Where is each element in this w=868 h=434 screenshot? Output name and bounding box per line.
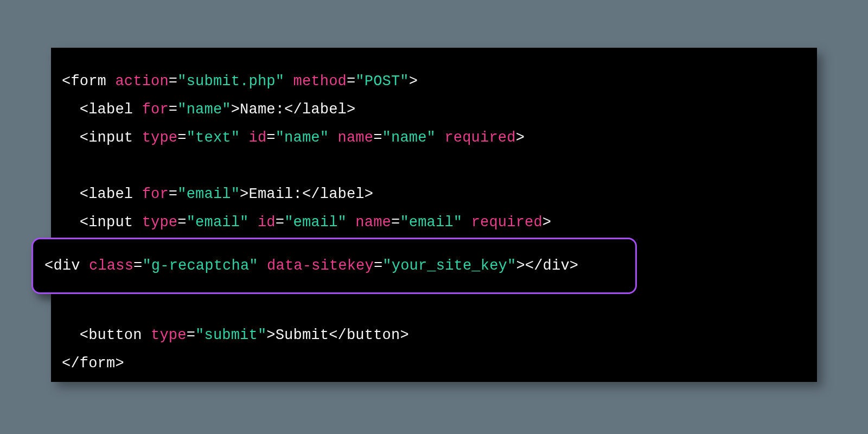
code-block: <form action="submit.php" method="POST">… [62, 67, 806, 378]
code-line-1: <form action="submit.php" method="POST"> [62, 73, 418, 90]
code-line-3: <input type="text" id="name" name="name"… [62, 130, 525, 146]
code-line-2: <label for="name">Name:</label> [62, 101, 355, 118]
highlight-box: <div class="g-recaptcha" data-sitekey="y… [31, 238, 637, 294]
code-line-5: <input type="email" id="email" name="ema… [62, 214, 551, 231]
code-line-8: </form> [62, 355, 124, 372]
code-line-4: <label for="email">Email:</label> [62, 186, 373, 202]
highlight-code-line: <div class="g-recaptcha" data-sitekey="y… [44, 259, 578, 273]
code-line-7: <button type="submit">Submit</button> [62, 327, 409, 343]
code-panel: <form action="submit.php" method="POST">… [51, 48, 817, 382]
